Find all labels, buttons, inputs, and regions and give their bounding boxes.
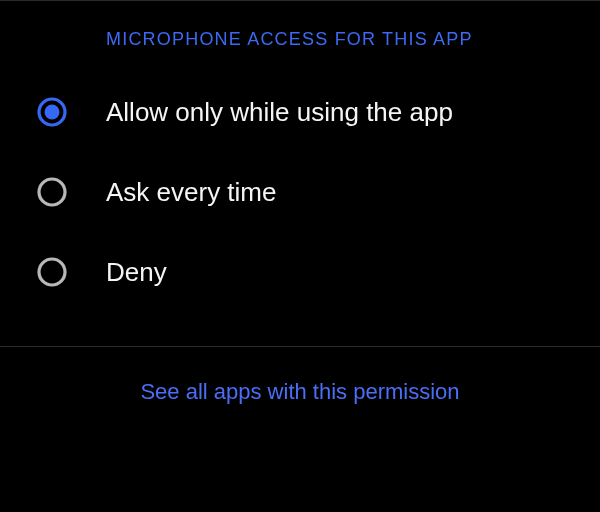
see-all-apps-link[interactable]: See all apps with this permission [140, 379, 459, 404]
svg-point-2 [39, 179, 65, 205]
radio-option-ask-every-time[interactable]: Ask every time [0, 152, 600, 232]
section-header: MICROPHONE ACCESS FOR THIS APP [0, 1, 600, 64]
svg-point-1 [45, 105, 60, 120]
radio-selected-icon [36, 96, 68, 128]
radio-option-allow-while-using[interactable]: Allow only while using the app [0, 72, 600, 152]
radio-label: Ask every time [106, 177, 277, 208]
svg-point-3 [39, 259, 65, 285]
radio-unselected-icon [36, 176, 68, 208]
radio-label: Deny [106, 257, 167, 288]
radio-unselected-icon [36, 256, 68, 288]
footer-link-container: See all apps with this permission [0, 347, 600, 437]
radio-option-deny[interactable]: Deny [0, 232, 600, 312]
radio-label: Allow only while using the app [106, 97, 453, 128]
radio-list: Allow only while using the app Ask every… [0, 64, 600, 346]
